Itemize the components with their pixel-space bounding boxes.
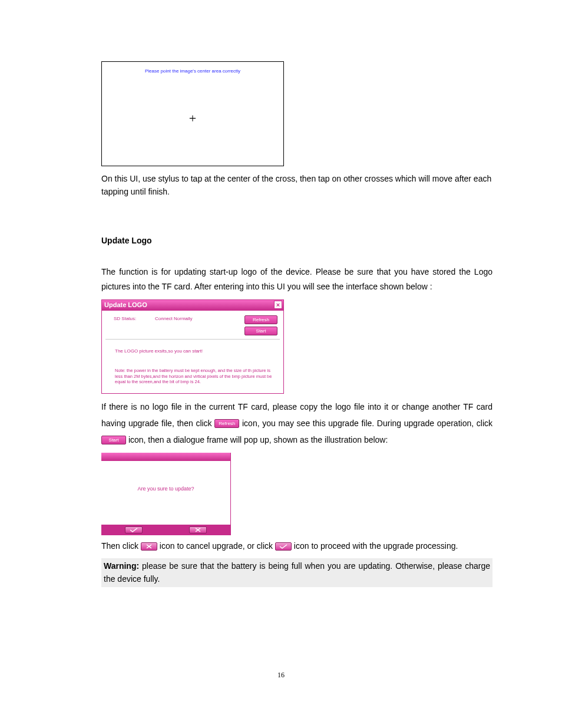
check-icon: [130, 528, 138, 532]
then-click-text-a: Then click: [101, 541, 141, 551]
then-click-text-b: icon to cancel upgrade, or click: [160, 541, 275, 551]
update-logo-note: Note: the power in the battery must be k…: [102, 357, 283, 388]
calibration-usage-paragraph: On this UI, use stylus to tap at the cen…: [101, 172, 492, 199]
inline-cancel-button[interactable]: [141, 542, 157, 551]
sd-status-label: SD Status:: [114, 315, 155, 323]
confirm-dialog-head: [101, 453, 230, 461]
update-logo-status-row: SD Status: Connect Normally Refresh Star…: [102, 311, 283, 339]
check-icon: [279, 544, 287, 549]
warning-text: please be sure that the battery is being…: [104, 561, 490, 584]
update-logo-title-text: Update LOGO: [104, 300, 147, 311]
x-icon: [194, 528, 201, 532]
sd-status-value: Connect Normally: [155, 315, 244, 323]
calibration-instruction: Please point the image's center area cor…: [102, 68, 283, 75]
crosshair-icon: +: [189, 108, 196, 129]
after-window-paragraph: If there is no logo file in the current …: [101, 398, 492, 448]
inline-ok-button[interactable]: [275, 542, 292, 551]
confirm-cancel-button[interactable]: [189, 526, 207, 533]
close-icon[interactable]: ×: [274, 301, 282, 309]
confirm-update-dialog: Are you sure to update?: [101, 453, 231, 535]
logo-exists-message: The LOGO picture exsits,so you can start…: [102, 340, 283, 358]
update-logo-window: Update LOGO × SD Status: Connect Normall…: [101, 299, 284, 394]
confirm-dialog-text: Are you sure to update?: [101, 461, 230, 525]
update-logo-title-bar: Update LOGO ×: [102, 300, 283, 311]
warning-paragraph: Warning: please be sure that the battery…: [101, 558, 492, 587]
page-number: 16: [0, 671, 562, 680]
confirm-dialog-footer: [101, 525, 230, 535]
intro-paragraph: The function is for updating start-up lo…: [101, 265, 492, 294]
then-click-text-c: icon to proceed with the upgrade process…: [294, 541, 458, 551]
confirm-ok-button[interactable]: [125, 526, 143, 533]
inline-start-button[interactable]: Start: [101, 436, 126, 444]
x-icon: [146, 544, 153, 549]
start-button[interactable]: Start: [244, 327, 277, 335]
inline-refresh-button[interactable]: Refresh: [214, 419, 239, 428]
update-logo-buttons: Refresh Start: [244, 315, 277, 335]
section-title-update-logo: Update Logo: [101, 234, 492, 247]
document-page: Please point the image's center area cor…: [0, 0, 562, 622]
after-window-text-1c: icon, then a dialogue frame will pop up,…: [128, 435, 388, 444]
after-window-text-1b: icon, you may see this upgrade file. Dur…: [242, 419, 492, 428]
warning-label: Warning:: [104, 561, 139, 571]
calibration-screenshot: Please point the image's center area cor…: [101, 61, 284, 166]
refresh-button[interactable]: Refresh: [244, 315, 277, 324]
then-click-paragraph: Then click icon to cancel upgrade, or cl…: [101, 539, 492, 554]
